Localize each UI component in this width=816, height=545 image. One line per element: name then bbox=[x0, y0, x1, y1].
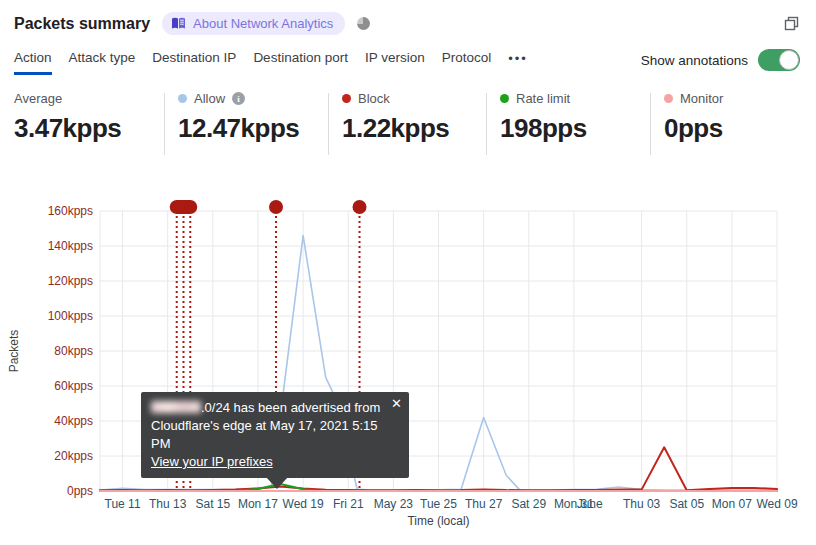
tab-bar: Action Attack type Destination IP Destin… bbox=[0, 35, 816, 75]
annotation-marker[interactable] bbox=[353, 200, 367, 214]
x-tick-label: Thu 03 bbox=[623, 497, 661, 511]
y-tick-label: 160kpps bbox=[48, 204, 93, 218]
tooltip-text: .0/24 has been advertised from bbox=[151, 399, 385, 417]
stat-divider bbox=[486, 93, 487, 155]
show-annotations-label: Show annotations bbox=[641, 53, 748, 68]
header: Packets summary About Network Analytics bbox=[0, 0, 816, 35]
stat-value: 198pps bbox=[500, 113, 587, 144]
annotation-tooltip: ✕ .0/24 has been advertised from Cloudfl… bbox=[141, 392, 409, 478]
tab-ip-version[interactable]: IP version bbox=[365, 50, 425, 75]
book-icon bbox=[171, 17, 186, 30]
stat-block: Block 1.22kpps bbox=[342, 91, 449, 144]
about-network-analytics-badge[interactable]: About Network Analytics bbox=[162, 12, 345, 35]
stat-label: Average bbox=[14, 91, 62, 106]
tooltip-caret bbox=[266, 477, 288, 489]
show-annotations-toggle[interactable] bbox=[758, 49, 800, 71]
usage-pie-icon[interactable] bbox=[357, 17, 370, 30]
tab-protocol[interactable]: Protocol bbox=[442, 50, 492, 75]
y-tick-label: 80kpps bbox=[54, 344, 93, 358]
page-title: Packets summary bbox=[14, 15, 150, 33]
tab-attack-type[interactable]: Attack type bbox=[69, 50, 136, 75]
y-tick-label: 40kpps bbox=[54, 414, 93, 428]
stat-value: 0pps bbox=[664, 113, 723, 144]
x-tick-label: Thu 27 bbox=[465, 497, 503, 511]
stat-label: Block bbox=[358, 91, 390, 106]
x-tick-label: May 23 bbox=[374, 497, 414, 511]
x-tick-label: Wed 09 bbox=[756, 497, 797, 511]
tooltip-redacted-prefix bbox=[151, 401, 201, 413]
monitor-legend-dot bbox=[664, 94, 673, 103]
tooltip-close-icon[interactable]: ✕ bbox=[391, 395, 402, 413]
ip-prefixes-link[interactable]: View your IP prefixes bbox=[151, 454, 273, 469]
chart-svg: 0pps20kpps40kpps60kpps80kpps100kpps120kp… bbox=[0, 190, 816, 545]
more-tabs-button[interactable]: ••• bbox=[508, 51, 528, 73]
x-tick-label: Wed 19 bbox=[283, 497, 324, 511]
tooltip-text: Cloudflare's edge at May 17, 2021 5:15 P… bbox=[151, 417, 385, 453]
info-icon[interactable]: i bbox=[232, 92, 245, 105]
stat-allow: Allow i 12.47kpps bbox=[178, 91, 299, 144]
annotation-marker[interactable] bbox=[269, 200, 283, 214]
x-tick-label: Mon 07 bbox=[712, 497, 752, 511]
stat-label: Allow bbox=[194, 91, 225, 106]
stat-monitor: Monitor 0pps bbox=[664, 91, 723, 144]
x-axis-title: Time (local) bbox=[407, 514, 469, 528]
y-tick-label: 100kpps bbox=[48, 309, 93, 323]
rate-limit-legend-dot bbox=[500, 94, 509, 103]
x-tick-label: Thu 13 bbox=[149, 497, 187, 511]
y-tick-label: 60kpps bbox=[54, 379, 93, 393]
y-tick-label: 20kpps bbox=[54, 449, 93, 463]
y-axis-title: Packets bbox=[7, 330, 21, 373]
y-tick-label: 120kpps bbox=[48, 274, 93, 288]
x-tick-label: Mon 17 bbox=[238, 497, 278, 511]
tab-destination-ip[interactable]: Destination IP bbox=[152, 50, 236, 75]
stat-value: 12.47kpps bbox=[178, 113, 299, 144]
annotation-marker[interactable] bbox=[170, 200, 198, 214]
x-tick-label: Sat 05 bbox=[669, 497, 704, 511]
stat-divider bbox=[328, 93, 329, 155]
block-legend-dot bbox=[342, 94, 351, 103]
stat-divider bbox=[164, 93, 165, 155]
stats-row: Average 3.47kpps Allow i 12.47kpps Block… bbox=[0, 91, 816, 161]
toggle-knob bbox=[779, 50, 799, 70]
stat-divider bbox=[650, 93, 651, 155]
y-tick-label: 140kpps bbox=[48, 239, 93, 253]
stat-rate-limit: Rate limit 198pps bbox=[500, 91, 587, 144]
x-tick-label: Sat 15 bbox=[195, 497, 230, 511]
stat-value: 3.47kpps bbox=[14, 113, 121, 144]
x-tick-label: Tue 11 bbox=[105, 497, 141, 511]
allow-legend-dot bbox=[178, 94, 187, 103]
tab-destination-port[interactable]: Destination port bbox=[253, 50, 348, 75]
packets-chart: 0pps20kpps40kpps60kpps80kpps100kpps120kp… bbox=[0, 190, 816, 545]
copy-icon[interactable] bbox=[783, 15, 800, 32]
x-tick-label: Fri 21 bbox=[333, 497, 364, 511]
network-analytics-panel: Packets summary About Network Analytics … bbox=[0, 0, 816, 545]
stat-label: Rate limit bbox=[516, 91, 570, 106]
stat-average: Average 3.47kpps bbox=[14, 91, 121, 144]
y-tick-label: 0pps bbox=[67, 484, 93, 498]
stat-value: 1.22kpps bbox=[342, 113, 449, 144]
x-tick-label: Sat 29 bbox=[511, 497, 546, 511]
show-annotations-control: Show annotations bbox=[641, 49, 800, 75]
x-tick-label: June bbox=[577, 497, 603, 511]
tab-action[interactable]: Action bbox=[14, 50, 52, 75]
badge-label: About Network Analytics bbox=[193, 16, 333, 31]
stat-label: Monitor bbox=[680, 91, 723, 106]
x-tick-label: Tue 25 bbox=[420, 497, 457, 511]
